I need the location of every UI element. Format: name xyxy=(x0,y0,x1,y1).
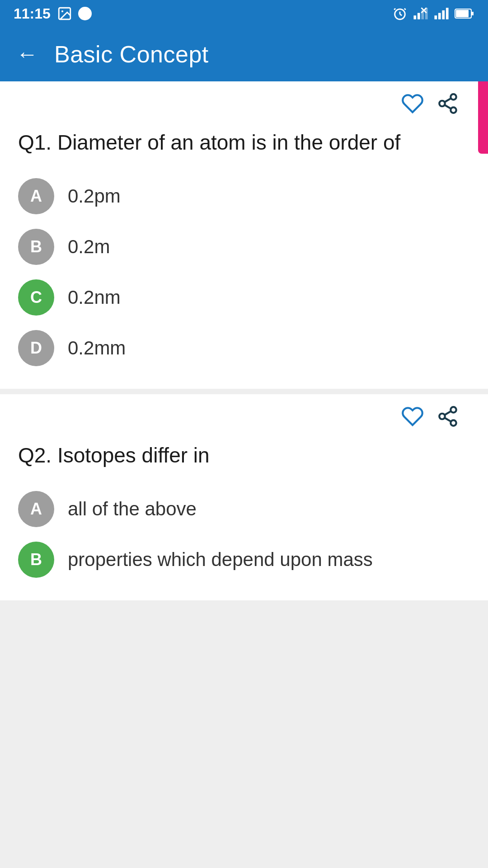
svg-point-2 xyxy=(78,7,92,20)
back-button[interactable]: ← xyxy=(16,43,38,65)
status-time: 11:15 xyxy=(14,5,51,22)
options-list-1: A 0.2pm B 0.2m C 0.2nm D 0.2mm xyxy=(18,178,470,366)
image-icon xyxy=(57,6,72,21)
content: Q1. Diameter of an atom is in the order … xyxy=(0,81,488,618)
question-text-1: Q1. Diameter of an atom is in the order … xyxy=(18,128,470,156)
option-label-1b: B xyxy=(30,237,42,256)
question-text-2: Q2. Isotopes differ in xyxy=(18,441,470,469)
share-icon-1[interactable] xyxy=(436,92,459,115)
option-1b[interactable]: B 0.2m xyxy=(18,229,470,265)
svg-point-28 xyxy=(450,420,456,426)
favorite-icon-2[interactable] xyxy=(401,405,424,428)
option-text-2b: properties which depend upon mass xyxy=(68,549,373,571)
svg-line-7 xyxy=(404,9,406,10)
signal-x-icon xyxy=(413,6,428,21)
card-tab xyxy=(478,81,488,154)
svg-line-25 xyxy=(445,99,451,102)
status-bar-left: 11:15 xyxy=(14,5,93,22)
option-label-2a: A xyxy=(30,500,42,519)
option-circle-2a: A xyxy=(18,491,54,527)
svg-point-1 xyxy=(61,10,63,12)
option-label-2b: B xyxy=(30,550,42,569)
options-list-2: A all of the above B properties which de… xyxy=(18,491,470,578)
option-2a[interactable]: A all of the above xyxy=(18,491,470,527)
circle-icon xyxy=(77,5,93,22)
svg-rect-19 xyxy=(456,10,469,17)
svg-rect-14 xyxy=(434,15,437,19)
option-circle-1c: C xyxy=(18,279,54,316)
svg-rect-20 xyxy=(472,12,474,15)
svg-line-24 xyxy=(445,105,451,108)
option-text-1a: 0.2pm xyxy=(68,185,121,207)
share-icon-2[interactable] xyxy=(436,405,459,428)
status-bar: 11:15 xyxy=(0,0,488,27)
svg-rect-15 xyxy=(438,13,441,19)
signal-icon xyxy=(434,6,449,21)
svg-line-29 xyxy=(445,418,451,421)
status-icons-right xyxy=(392,6,474,21)
option-2b[interactable]: B properties which depend upon mass xyxy=(18,542,470,578)
app-bar: ← Basic Concept xyxy=(0,27,488,81)
option-1c[interactable]: C 0.2nm xyxy=(18,279,470,316)
svg-point-21 xyxy=(450,94,456,100)
svg-point-27 xyxy=(439,414,445,420)
question-card-1: Q1. Diameter of an atom is in the order … xyxy=(0,81,488,389)
option-text-1c: 0.2nm xyxy=(68,287,121,308)
svg-rect-8 xyxy=(413,15,416,19)
svg-rect-16 xyxy=(442,10,445,19)
option-1d[interactable]: D 0.2mm xyxy=(18,330,470,366)
option-text-1b: 0.2m xyxy=(68,236,110,258)
option-text-1d: 0.2mm xyxy=(68,337,126,359)
option-circle-2b: B xyxy=(18,542,54,578)
svg-line-5 xyxy=(400,14,402,15)
svg-rect-9 xyxy=(418,13,420,19)
option-label-1a: A xyxy=(30,187,42,206)
svg-rect-17 xyxy=(446,8,449,19)
question-card-2: Q2. Isotopes differ in A all of the abov… xyxy=(0,394,488,600)
svg-point-26 xyxy=(450,407,456,413)
page-title: Basic Concept xyxy=(54,41,209,68)
favorite-icon-1[interactable] xyxy=(401,92,424,115)
svg-line-30 xyxy=(445,411,451,415)
option-text-2a: all of the above xyxy=(68,498,197,520)
svg-point-22 xyxy=(439,101,445,107)
option-circle-1a: A xyxy=(18,178,54,214)
option-label-1c: C xyxy=(30,288,42,307)
svg-line-6 xyxy=(394,9,395,10)
card-actions-1 xyxy=(18,92,470,115)
option-circle-1d: D xyxy=(18,330,54,366)
alarm-icon xyxy=(392,6,408,21)
card-actions-2 xyxy=(18,405,470,428)
battery-icon xyxy=(455,7,474,20)
svg-point-23 xyxy=(450,107,456,113)
status-icons-left xyxy=(57,5,93,22)
option-label-1d: D xyxy=(30,339,42,358)
option-circle-1b: B xyxy=(18,229,54,265)
option-1a[interactable]: A 0.2pm xyxy=(18,178,470,214)
